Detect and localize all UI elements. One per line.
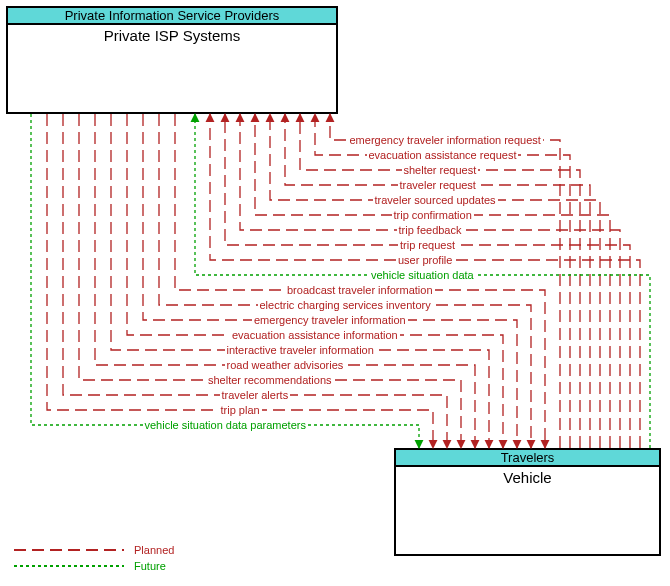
legend-label: Planned <box>134 544 174 556</box>
flow-label: electric charging services inventory <box>258 299 433 311</box>
legend-line <box>14 565 124 567</box>
flow-label: traveler request <box>398 179 478 191</box>
legend: PlannedFuture <box>14 542 174 574</box>
legend-line <box>14 549 124 551</box>
legend-row: Future <box>14 558 174 574</box>
node-title: Vehicle <box>396 467 659 488</box>
flow-label: traveler sourced updates <box>373 194 498 206</box>
flow-label: emergency traveler information request <box>348 134 543 146</box>
flow-label: trip confirmation <box>392 209 474 221</box>
flow-label: broadcast traveler information <box>285 284 435 296</box>
flow-label: vehicle situation data <box>369 269 476 281</box>
flow-label: evacuation assistance request <box>367 149 519 161</box>
flow-label: interactive traveler information <box>225 344 376 356</box>
flow-label: user profile <box>396 254 454 266</box>
flow-label: shelter request <box>402 164 479 176</box>
flow-label: trip request <box>398 239 457 251</box>
legend-label: Future <box>134 560 166 572</box>
node-vehicle: Travelers Vehicle <box>394 448 661 556</box>
node-header: Private Information Service Providers <box>8 8 336 25</box>
node-title: Private ISP Systems <box>8 25 336 46</box>
flow-label: emergency traveler information <box>252 314 408 326</box>
flow-label: vehicle situation data parameters <box>143 419 308 431</box>
flow-label: shelter recommendations <box>206 374 334 386</box>
flow-label: trip feedback <box>397 224 464 236</box>
flow-label: evacuation assistance information <box>230 329 400 341</box>
node-private-isp: Private Information Service Providers Pr… <box>6 6 338 114</box>
flow-label: traveler alerts <box>220 389 291 401</box>
legend-row: Planned <box>14 542 174 558</box>
flow-label: road weather advisories <box>225 359 346 371</box>
flow-label: trip plan <box>219 404 262 416</box>
node-header: Travelers <box>396 450 659 467</box>
